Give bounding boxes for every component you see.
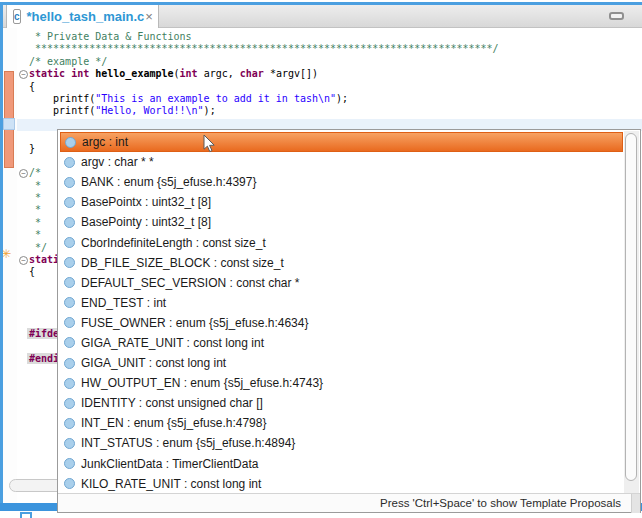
- proposal-label: INT_STATUS : enum {s5j_efuse.h:4894}: [81, 436, 295, 450]
- proposal-item[interactable]: BasePointy : uint32_t [8]: [60, 212, 640, 232]
- proposal-item[interactable]: KILO_RATE_UNIT : const long int: [60, 474, 640, 494]
- proposal-item[interactable]: GIGA_RATE_UNIT : const long int: [60, 333, 640, 353]
- proposal-item[interactable]: GIGA_UNIT : const long int: [60, 353, 640, 373]
- popup-scrollbar[interactable]: [624, 131, 639, 494]
- variable-icon: [64, 217, 75, 228]
- variable-icon: [65, 137, 76, 148]
- variable-icon: [64, 398, 75, 409]
- tab-hello-tash-main[interactable]: c *hello_tash_main.c ×: [6, 5, 159, 28]
- code-line: ****************************************…: [29, 43, 642, 55]
- variable-icon: [64, 317, 75, 328]
- proposal-label: argv : char * *: [81, 155, 154, 169]
- proposal-label: CborIndefiniteLength : const size_t: [81, 236, 266, 250]
- vertical-ruler[interactable]: ✳: [3, 28, 17, 503]
- variable-icon: [64, 157, 75, 168]
- variable-icon: [64, 297, 75, 308]
- proposal-label: END_TEST : int: [81, 296, 166, 310]
- variable-icon: [64, 378, 75, 389]
- proposal-item[interactable]: INT_EN : enum {s5j_efuse.h:4798}: [60, 413, 640, 433]
- proposal-item[interactable]: JunkClientData : TimerClientData: [60, 454, 640, 474]
- variable-icon: [64, 337, 75, 348]
- proposal-label: FUSE_OWNER : enum {s5j_efuse.h:4634}: [81, 316, 308, 330]
- proposal-item[interactable]: CborIndefiniteLength : const size_t: [60, 232, 640, 252]
- caret-ruler-marker: [3, 118, 15, 130]
- proposal-label: HW_OUTPUT_EN : enum {s5j_efuse.h:4743}: [81, 376, 323, 390]
- proposal-item[interactable]: BasePointx : uint32_t [8]: [60, 192, 640, 212]
- variable-icon: [64, 458, 75, 469]
- variable-icon: [64, 277, 75, 288]
- proposal-item[interactable]: IDENTITY : const unsigned char []: [60, 393, 640, 413]
- variable-icon: [64, 177, 75, 188]
- code-line: * Private Data & Functions: [29, 31, 642, 43]
- proposal-label: GIGA_UNIT : const long int: [81, 356, 226, 370]
- proposal-list[interactable]: argc : intargv : char * *BANK : enum {s5…: [58, 130, 640, 494]
- proposal-item[interactable]: DB_FILE_SIZE_BLOCK : const size_t: [60, 253, 640, 273]
- proposal-item[interactable]: argc : int: [60, 132, 623, 152]
- view-fragment-below: [20, 512, 32, 518]
- proposal-item[interactable]: FUSE_OWNER : enum {s5j_efuse.h:4634}: [60, 313, 640, 333]
- popup-resize-grip[interactable]: [631, 494, 640, 513]
- proposal-label: BasePointx : uint32_t [8]: [81, 195, 211, 209]
- proposal-item[interactable]: INT_STATUS : enum {s5j_efuse.h:4894}: [60, 433, 640, 453]
- proposal-label: DEFAULT_SEC_VERSION : const char *: [81, 276, 300, 290]
- variable-icon: [64, 478, 75, 489]
- proposal-label: IDENTITY : const unsigned char []: [81, 396, 263, 410]
- code-line: printf("Hello, World!!\n");: [29, 105, 642, 117]
- variable-icon: [64, 257, 75, 268]
- fold-collapse-icon[interactable]: −: [19, 70, 28, 79]
- fold-collapse-icon[interactable]: −: [19, 169, 28, 178]
- editor-tab-bar: c *hello_tash_main.c ×: [3, 5, 642, 28]
- tab-title: *hello_tash_main.c: [27, 9, 145, 24]
- fold-collapse-icon[interactable]: −: [19, 256, 28, 265]
- proposal-item[interactable]: argv : char * *: [60, 152, 640, 172]
- code-line: static int hello_example(int argc, char …: [29, 68, 642, 80]
- proposal-label: BasePointy : uint32_t [8]: [81, 215, 211, 229]
- proposal-item[interactable]: BANK : enum {s5j_efuse.h:4397}: [60, 172, 640, 192]
- code-line: {: [29, 81, 642, 93]
- code-line: printf("This is an example to add it in …: [29, 93, 642, 105]
- popup-status-bar: Press 'Ctrl+Space' to show Template Prop…: [58, 493, 640, 512]
- proposal-label: GIGA_RATE_UNIT : const long int: [81, 336, 264, 350]
- proposal-item[interactable]: END_TEST : int: [60, 293, 640, 313]
- proposal-label: JunkClientData : TimerClientData: [81, 457, 258, 471]
- marker-icon: ✳: [3, 247, 11, 261]
- variable-icon: [64, 197, 75, 208]
- proposal-label: argc : int: [82, 135, 128, 149]
- popup-scrollbar-thumb[interactable]: [625, 133, 637, 481]
- variable-icon: [64, 438, 75, 449]
- editor-window: c *hello_tash_main.c × ✳ −−− * Private D…: [0, 0, 642, 518]
- variable-icon: [64, 418, 75, 429]
- proposal-label: KILO_RATE_UNIT : const long int: [81, 477, 261, 491]
- c-file-icon: c: [13, 9, 21, 24]
- template-proposals-hint: Press 'Ctrl+Space' to show Template Prop…: [380, 497, 631, 509]
- minimize-icon[interactable]: [609, 12, 624, 20]
- proposal-item[interactable]: DEFAULT_SEC_VERSION : const char *: [60, 273, 640, 293]
- variable-icon: [64, 358, 75, 369]
- variable-icon: [64, 237, 75, 248]
- proposal-label: INT_EN : enum {s5j_efuse.h:4798}: [81, 416, 266, 430]
- proposal-label: DB_FILE_SIZE_BLOCK : const size_t: [81, 256, 284, 270]
- content-assist-popup: argc : intargv : char * *BANK : enum {s5…: [57, 129, 641, 513]
- proposal-label: BANK : enum {s5j_efuse.h:4397}: [81, 175, 256, 189]
- tab-close-icon[interactable]: ×: [144, 10, 154, 23]
- proposal-item[interactable]: HW_OUTPUT_EN : enum {s5j_efuse.h:4743}: [60, 373, 640, 393]
- code-line: /* example */: [29, 56, 642, 68]
- mouse-cursor-icon: [203, 134, 217, 154]
